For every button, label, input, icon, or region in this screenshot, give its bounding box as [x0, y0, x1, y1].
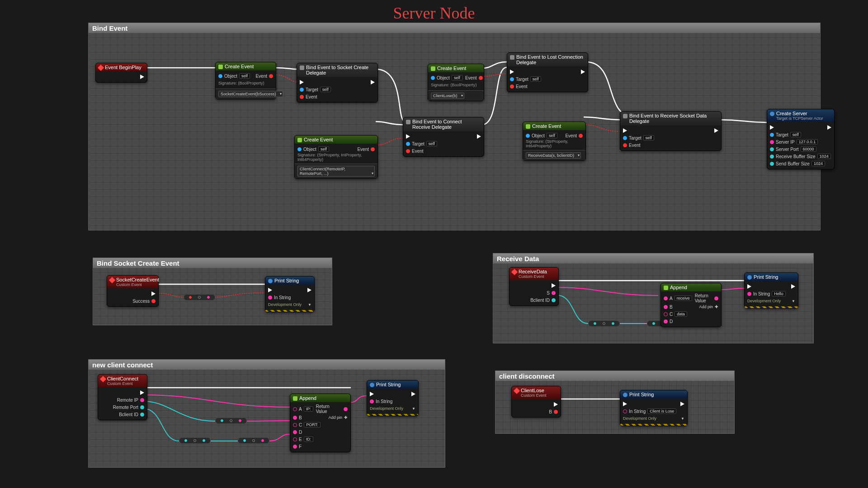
- node-title: Bind Event to Receive Socket Data Delega…: [620, 112, 721, 125]
- node-title: Event BeginPlay: [96, 63, 147, 71]
- node-title: Create Event: [216, 62, 276, 70]
- signature-dropdown[interactable]: ReceiveData(s, bclientID): [526, 152, 581, 159]
- section-client-disconnect: client disconnect ClientLose Custom Even…: [495, 371, 735, 434]
- reroute[interactable]: [588, 320, 620, 327]
- section-new-client: new client connect ClientConnect Custom …: [88, 359, 445, 468]
- node-bind-receive-socket[interactable]: Bind Event to Receive Socket Data Delega…: [620, 111, 722, 151]
- node-title: Bind Event to Lost Connection Delegate: [507, 53, 588, 66]
- node-create-event-4[interactable]: Create Event Objectself Event Signature:…: [523, 122, 586, 161]
- section-header: new client connect: [89, 360, 445, 370]
- node-bind-connect-receive[interactable]: Bind Event to Connect Receive Delegate T…: [403, 117, 484, 157]
- node-bind-lost-connection[interactable]: Bind Event to Lost Connection Delegate T…: [507, 52, 588, 92]
- signature-dropdown[interactable]: SocketCreateEvent(bSuccess): [218, 91, 283, 97]
- node-title: Append: [290, 394, 350, 402]
- section-header: Receive Data: [493, 253, 813, 263]
- reroute[interactable]: [238, 437, 269, 444]
- node-create-event-2[interactable]: Create Event Objectself Event Signature:…: [294, 135, 378, 179]
- signature-dropdown[interactable]: ClientConnect(RemoteIP, RemotePort, ...): [297, 166, 375, 177]
- node-print-string-1[interactable]: Print String In String Development Only▼: [265, 276, 315, 312]
- node-title: ReceiveData Custom Event: [509, 267, 558, 280]
- node-client-connect[interactable]: ClientConnect Custom Event Remote IP Rem…: [98, 374, 147, 420]
- node-title: Bind Event to Connect Receive Delegate: [403, 117, 484, 131]
- node-append-2[interactable]: Append A IP: Return Value B Add pin ✚ C …: [290, 394, 351, 452]
- node-print-string-2[interactable]: Print String In StringHello Development …: [744, 272, 798, 309]
- section-header: Bind Event: [89, 23, 820, 33]
- node-title: Print String: [367, 380, 418, 389]
- node-append-1[interactable]: Append A receive Return Value B Add pin …: [660, 283, 722, 327]
- node-title: Create Event: [523, 122, 585, 130]
- node-socket-create-event[interactable]: SocketCreateEvent Custom Event Success: [107, 275, 159, 307]
- node-title: SocketCreateEvent Custom Event: [107, 276, 158, 288]
- node-title: Print String: [745, 273, 798, 281]
- reroute[interactable]: [179, 437, 211, 444]
- section-header: Bind Socket Create Event: [93, 258, 332, 268]
- node-create-event-1[interactable]: Create Event Objectself Event Signature:…: [215, 62, 276, 99]
- node-title: Create Event: [428, 64, 484, 72]
- node-title: Create Server Target is TCPServer Actor: [767, 109, 834, 122]
- reroute[interactable]: [215, 418, 247, 424]
- node-print-string-4[interactable]: Print String In StringClient is Lose Dev…: [620, 390, 688, 426]
- node-create-event-3[interactable]: Create Event Objectself Event Signature:…: [428, 64, 484, 101]
- node-event-beginplay[interactable]: Event BeginPlay: [95, 63, 147, 83]
- section-receive-data: Receive Data ReceiveData Custom Event S …: [493, 253, 814, 343]
- node-title: Bind Event to Socket Create Delegate: [297, 63, 377, 77]
- node-title: Append: [661, 283, 721, 291]
- section-header: client disconnect: [495, 371, 734, 381]
- section-bind-socket: Bind Socket Create Event SocketCreateEve…: [93, 258, 332, 325]
- node-title: ClientLose Custom Event: [512, 386, 561, 399]
- section-bind-event: Bind Event Event BeginPlay Create Event …: [88, 23, 821, 230]
- node-bind-socket-create[interactable]: Bind Event to Socket Create Delegate Tar…: [297, 63, 378, 103]
- node-print-string-3[interactable]: Print String In String Development Only▼: [367, 380, 419, 416]
- node-client-lose[interactable]: ClientLose Custom Event B: [511, 386, 561, 418]
- node-title: ClientConnect Custom Event: [98, 375, 147, 387]
- node-title: Print String: [620, 390, 687, 399]
- node-create-server[interactable]: Create Server Target is TCPServer Actor …: [767, 109, 835, 169]
- reroute[interactable]: [184, 294, 215, 300]
- node-title: Print String: [265, 277, 314, 285]
- signature-dropdown[interactable]: ClientLose(b): [431, 93, 464, 99]
- node-title: Create Event: [295, 136, 377, 144]
- node-receive-data-event[interactable]: ReceiveData Custom Event S Bclient ID: [509, 267, 559, 306]
